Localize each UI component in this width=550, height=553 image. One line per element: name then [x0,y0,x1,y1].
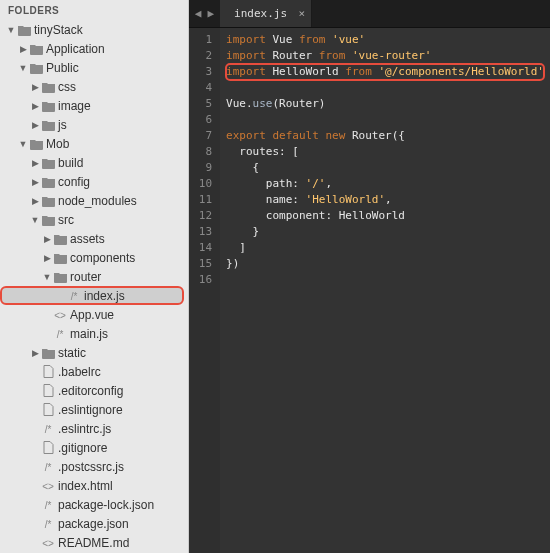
file-eslintrc[interactable]: /*.eslintrc.js [0,419,188,438]
line-number: 11 [199,192,212,208]
chevron-right-icon[interactable]: ▶ [30,158,40,168]
token [226,193,266,206]
tab-prev-icon[interactable]: ◀ [195,7,202,20]
line-number: 5 [199,96,212,112]
tree-item-label: src [58,213,74,227]
chevron-down-icon[interactable]: ▼ [6,25,16,35]
code-line-9[interactable]: { [226,160,544,176]
folder-router[interactable]: ▼router [0,267,188,286]
token: import [226,65,272,78]
token [226,145,239,158]
chevron-right-icon[interactable]: ▶ [42,234,52,244]
token: '@/components/HelloWorld' [378,65,544,78]
folder-image[interactable]: ▶image [0,96,188,115]
token: 'vue' [332,33,365,46]
code-line-15[interactable]: }) [226,256,544,272]
token: { [226,161,259,174]
code-content[interactable]: import Vue from 'vue'import Router from … [220,28,550,553]
folder-application[interactable]: ▶Application [0,39,188,58]
file-app-vue[interactable]: <>App.vue [0,305,188,324]
tree-item-label: Public [46,61,79,75]
code-line-1[interactable]: import Vue from 'vue' [226,32,544,48]
folder-open-icon [28,61,44,74]
folder-icon [52,232,68,245]
tree-item-label: build [58,156,83,170]
code-line-16[interactable] [226,272,544,288]
file-postcssrc[interactable]: /*.postcssrc.js [0,457,188,476]
folder-tinystack[interactable]: ▼tinyStack [0,20,188,39]
file-readme-mob[interactable]: <>README.md [0,533,188,552]
chevron-right-icon[interactable]: ▶ [30,348,40,358]
tab-index-js[interactable]: index.js × [220,0,312,27]
chevron-right-icon[interactable]: ▶ [18,44,28,54]
code-line-13[interactable]: } [226,224,544,240]
close-icon[interactable]: × [298,7,305,20]
folder-css[interactable]: ▶css [0,77,188,96]
token: , [325,177,332,190]
code-line-12[interactable]: component: HelloWorld [226,208,544,224]
code-line-6[interactable] [226,112,544,128]
folder-static[interactable]: ▶static [0,343,188,362]
code-line-7[interactable]: export default new Router({ [226,128,544,144]
token: : [292,193,305,206]
code-line-8[interactable]: routes: [ [226,144,544,160]
tree-item-label: node_modules [58,194,137,208]
chevron-down-icon[interactable]: ▼ [30,215,40,225]
file-babelrc[interactable]: .babelrc [0,362,188,381]
token: . [246,97,253,110]
code-line-2[interactable]: import Router from 'vue-router' [226,48,544,64]
folder-public[interactable]: ▼Public [0,58,188,77]
tree-item-label: index.html [58,479,113,493]
line-number: 15 [199,256,212,272]
code-line-11[interactable]: name: 'HelloWorld', [226,192,544,208]
token: HelloWorld [339,209,405,222]
file-index-js[interactable]: /*index.js [0,286,184,305]
folder-src[interactable]: ▼src [0,210,188,229]
folder-icon [40,156,56,169]
file-js-icon: /* [40,461,56,473]
line-number: 12 [199,208,212,224]
folder-assets[interactable]: ▶assets [0,229,188,248]
tree-item-label: index.js [84,289,125,303]
folder-icon [40,99,56,112]
file-editorconfig[interactable]: .editorconfig [0,381,188,400]
folder-node-modules[interactable]: ▶node_modules [0,191,188,210]
code-line-4[interactable] [226,80,544,96]
folder-mob[interactable]: ▼Mob [0,134,188,153]
tree-item-label: router [70,270,101,284]
line-number: 13 [199,224,212,240]
chevron-down-icon[interactable]: ▼ [18,139,28,149]
folder-config[interactable]: ▶config [0,172,188,191]
file-package-lock[interactable]: /*package-lock.json [0,495,188,514]
file-main-js[interactable]: /*main.js [0,324,188,343]
chevron-down-icon[interactable]: ▼ [18,63,28,73]
file-js-icon: /* [40,499,56,511]
folder-open-icon [16,23,32,36]
code-line-14[interactable]: ] [226,240,544,256]
code-pane[interactable]: 12345678910111213141516 import Vue from … [189,28,550,553]
folder-tree: ▼tinyStack▶Application▼Public▶css▶image▶… [0,20,188,553]
tab-next-icon[interactable]: ▶ [207,7,214,20]
file-package-json[interactable]: /*package.json [0,514,188,533]
chevron-down-icon[interactable]: ▼ [42,272,52,282]
folder-components[interactable]: ▶components [0,248,188,267]
chevron-right-icon[interactable]: ▶ [30,82,40,92]
chevron-right-icon[interactable]: ▶ [30,101,40,111]
token: path [266,177,293,190]
code-line-10[interactable]: path: '/', [226,176,544,192]
chevron-right-icon[interactable]: ▶ [30,120,40,130]
token: routes [239,145,279,158]
line-number: 4 [199,80,212,96]
chevron-right-icon[interactable]: ▶ [30,177,40,187]
folder-js[interactable]: ▶js [0,115,188,134]
file-gitignore[interactable]: .gitignore [0,438,188,457]
code-line-3[interactable]: import HelloWorld from '@/components/Hel… [226,64,544,80]
chevron-right-icon[interactable]: ▶ [30,196,40,206]
line-number: 1 [199,32,212,48]
folder-build[interactable]: ▶build [0,153,188,172]
editor-area: ◀ ▶ index.js × 12345678910111213141516 i… [189,0,550,553]
chevron-right-icon[interactable]: ▶ [42,253,52,263]
code-line-5[interactable]: Vue.use(Router) [226,96,544,112]
file-eslintignore[interactable]: .eslintignore [0,400,188,419]
file-index-html[interactable]: <>index.html [0,476,188,495]
